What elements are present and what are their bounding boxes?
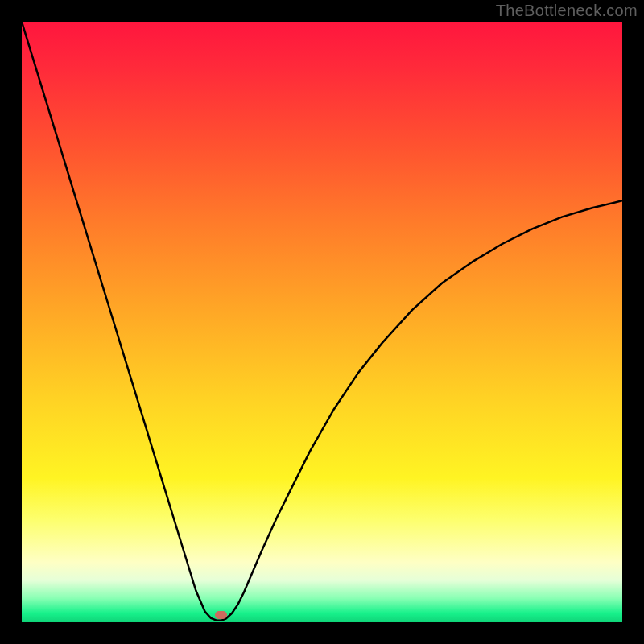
- watermark: TheBottleneck.com: [496, 2, 638, 20]
- chart-frame: TheBottleneck.com: [0, 0, 644, 644]
- bottleneck-curve: [22, 22, 622, 622]
- optimal-point-marker: [215, 611, 227, 619]
- plot-area: [22, 22, 622, 622]
